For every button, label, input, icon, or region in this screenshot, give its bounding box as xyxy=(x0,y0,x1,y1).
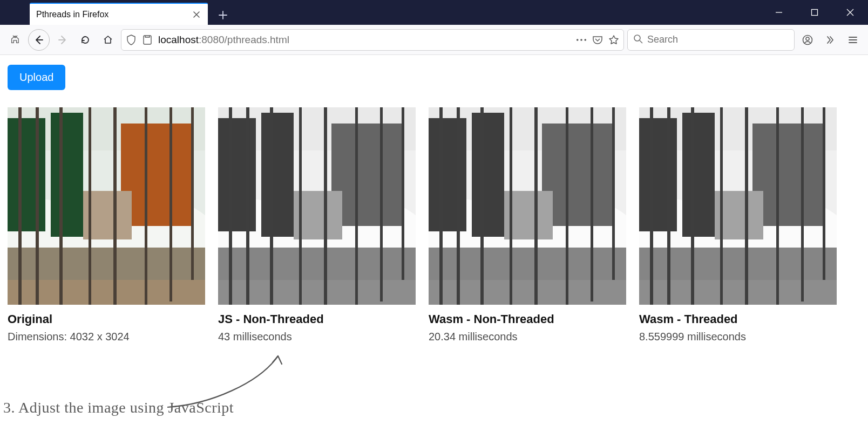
processed-image xyxy=(429,107,626,305)
card-subtitle: Dimensions: 4032 x 3024 xyxy=(8,331,205,343)
app-menu-icon[interactable] xyxy=(843,30,863,50)
url-host: localhost xyxy=(158,34,199,45)
page-actions-icon[interactable] xyxy=(576,38,587,42)
svg-point-5 xyxy=(634,35,640,41)
home-button[interactable] xyxy=(98,30,118,50)
titlebar: Pthreads in Firefox xyxy=(0,0,868,25)
bookmark-star-icon[interactable] xyxy=(608,35,619,45)
svg-rect-0 xyxy=(812,10,818,16)
pocket-icon[interactable] xyxy=(592,35,603,45)
card-wasm-threaded: Wasm - Threaded 8.559999 milliseconds xyxy=(639,107,837,343)
card-subtitle: 8.559999 milliseconds xyxy=(639,331,837,343)
account-icon[interactable] xyxy=(798,30,817,50)
card-title: JS - Non-Threaded xyxy=(218,312,416,326)
svg-point-2 xyxy=(577,39,579,41)
svg-point-3 xyxy=(580,39,582,41)
page-content: Upload Original Dimensions: 4032 x 3024 … xyxy=(0,55,868,361)
card-js-non-threaded: JS - Non-Threaded 43 milliseconds xyxy=(218,107,416,343)
search-input[interactable] xyxy=(647,34,789,45)
reload-button[interactable] xyxy=(76,30,95,50)
library-icon[interactable] xyxy=(5,30,25,50)
tracking-protection-icon[interactable] xyxy=(126,35,137,45)
card-original: Original Dimensions: 4032 x 3024 xyxy=(8,107,205,343)
url-path: :8080/pthreads.html xyxy=(199,34,289,45)
search-bar[interactable] xyxy=(627,29,795,51)
browser-tab[interactable]: Pthreads in Firefox xyxy=(30,3,208,25)
search-icon xyxy=(633,34,643,46)
close-window-button[interactable] xyxy=(832,0,868,25)
forward-button[interactable] xyxy=(53,30,72,50)
nav-toolbar: localhost:8080/pthreads.html xyxy=(0,25,868,55)
card-title: Wasm - Non-Threaded xyxy=(429,312,626,326)
card-subtitle: 20.34 milliseconds xyxy=(429,331,626,343)
new-tab-button[interactable] xyxy=(216,9,229,22)
annotation-caption: 3. Adjust the image using JavaScript xyxy=(3,399,234,416)
svg-point-7 xyxy=(806,37,809,40)
card-title: Wasm - Threaded xyxy=(639,312,837,326)
url-bar[interactable]: localhost:8080/pthreads.html xyxy=(121,29,624,51)
processed-image xyxy=(639,107,837,305)
image-grid: Original Dimensions: 4032 x 3024 JS - No… xyxy=(8,107,860,343)
tab-title: Pthreads in Firefox xyxy=(36,10,192,19)
close-tab-icon[interactable] xyxy=(192,10,201,19)
overflow-icon[interactable] xyxy=(820,30,840,50)
site-info-icon[interactable] xyxy=(142,35,153,45)
card-subtitle: 43 milliseconds xyxy=(218,331,416,343)
tab-strip: Pthreads in Firefox xyxy=(0,0,229,25)
upload-button[interactable]: Upload xyxy=(8,65,65,90)
window-controls xyxy=(761,0,868,25)
original-image xyxy=(8,107,205,305)
processed-image xyxy=(218,107,416,305)
card-wasm-non-threaded: Wasm - Non-Threaded 20.34 milliseconds xyxy=(429,107,626,343)
maximize-button[interactable] xyxy=(797,0,832,25)
back-button[interactable] xyxy=(28,29,50,51)
card-title: Original xyxy=(8,312,205,326)
minimize-button[interactable] xyxy=(761,0,797,25)
url-text: localhost:8080/pthreads.html xyxy=(158,34,571,46)
svg-point-4 xyxy=(584,39,586,41)
